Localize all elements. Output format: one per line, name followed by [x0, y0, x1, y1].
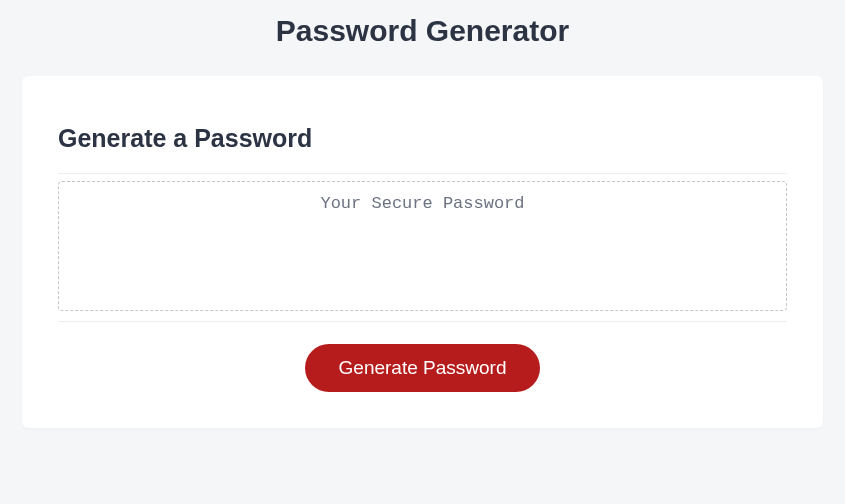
card-body	[58, 174, 787, 322]
generator-card: Generate a Password Generate Password	[22, 76, 823, 428]
generate-password-button[interactable]: Generate Password	[305, 344, 541, 392]
password-output[interactable]	[58, 181, 787, 311]
card-footer: Generate Password	[58, 322, 787, 392]
card-heading: Generate a Password	[58, 124, 787, 174]
page-title: Password Generator	[0, 0, 845, 76]
